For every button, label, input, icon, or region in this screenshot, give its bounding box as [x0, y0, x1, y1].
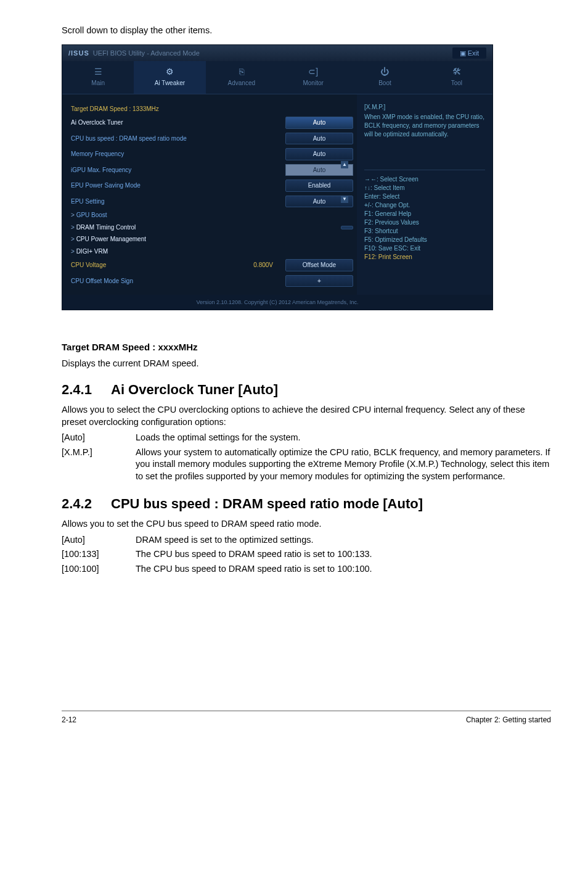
tab-advanced[interactable]: ⎘ Advanced — [206, 61, 277, 93]
tool-icon: 🛠 — [423, 66, 490, 78]
key-line: F10: Save ESC: Exit — [364, 244, 485, 253]
voltage-value: 0.800V — [253, 261, 273, 270]
help-text: When XMP mode is enabled, the CPU ratio,… — [364, 113, 485, 139]
setting-label: CPU Voltage — [71, 261, 253, 270]
row-epu-setting[interactable]: EPU Setting Auto — [71, 194, 353, 210]
row-igpu-max-freq[interactable]: iGPU Max. Frequency Auto — [71, 162, 353, 178]
setting-label: EPU Setting — [71, 197, 285, 206]
monitor-icon: ⊂] — [280, 66, 346, 78]
key-line: F2: Previous Values — [364, 218, 485, 227]
intro-text: Scroll down to display the other items. — [62, 25, 551, 37]
tab-label: Advanced — [228, 80, 255, 86]
setting-label: Ai Overclock Tuner — [71, 118, 285, 127]
bios-logo: /ISUS — [68, 49, 89, 58]
row-cpu-power-mgmt[interactable]: CPU Power Management — [71, 233, 353, 245]
setting-label: CPU Offset Mode Sign — [71, 277, 285, 286]
option-desc: Allows your system to automatically opti… — [136, 447, 551, 483]
help-title: [X.M.P.] — [364, 103, 485, 112]
bios-settings-list: Target DRAM Speed : 1333MHz Ai Overclock… — [62, 94, 357, 295]
option-row: [100:133] The CPU bus speed to DRAM spee… — [62, 548, 551, 561]
option-row: [Auto] DRAM speed is set to the optimize… — [62, 534, 551, 547]
tab-monitor[interactable]: ⊂] Monitor — [277, 61, 349, 93]
bios-title: UEFI BIOS Utility - Advanced Mode — [93, 49, 200, 58]
tab-tool[interactable]: 🛠 Tool — [421, 61, 492, 93]
setting-label: CPU bus speed : DRAM speed ratio mode — [71, 134, 285, 143]
row-cpu-bus-speed[interactable]: CPU bus speed : DRAM speed ratio mode Au… — [71, 131, 353, 147]
advanced-icon: ⎘ — [208, 66, 275, 78]
row-gpu-boost[interactable]: GPU Boost — [71, 209, 353, 221]
row-target-dram: Target DRAM Speed : 1333MHz — [71, 103, 353, 115]
setting-value[interactable] — [341, 226, 353, 229]
tab-label: Monitor — [303, 80, 323, 86]
option-key: [X.M.P.] — [62, 447, 136, 483]
tab-main[interactable]: ☰ Main — [62, 61, 134, 93]
key-line: Enter: Select — [364, 192, 485, 201]
gear-icon: ⚙ — [136, 66, 203, 78]
section-241-heading: 2.4.1 Ai Overclock Tuner [Auto] — [62, 381, 551, 399]
exit-icon: ▣ — [460, 49, 468, 57]
option-key: [Auto] — [62, 534, 136, 547]
scroll-up-arrow[interactable]: ▲ — [341, 161, 348, 168]
option-key: [100:100] — [62, 563, 136, 576]
bios-tabs: ☰ Main ⚙ Ai Tweaker ⎘ Advanced ⊂] Monito… — [62, 61, 492, 94]
section-number: 2.4.2 — [62, 495, 111, 513]
key-line: F1: General Help — [364, 210, 485, 218]
option-desc: The CPU bus speed to DRAM speed ratio is… — [136, 563, 551, 576]
key-line: F5: Optimized Defaults — [364, 236, 485, 244]
row-dram-timing[interactable]: DRAM Timing Control — [71, 221, 353, 234]
section-242-heading: 2.4.2 CPU bus speed : DRAM speed ratio m… — [62, 495, 551, 513]
key-line: F3: Shortcut — [364, 227, 485, 236]
section-title: Ai Overclock Tuner [Auto] — [111, 381, 278, 399]
option-key: [Auto] — [62, 432, 136, 444]
scroll-down-arrow[interactable]: ▼ — [341, 196, 348, 203]
tab-ai-tweaker[interactable]: ⚙ Ai Tweaker — [134, 61, 205, 93]
setting-value[interactable]: + — [285, 275, 353, 287]
option-desc: Loads the optimal settings for the syste… — [136, 432, 551, 444]
key-line: F12: Print Screen — [364, 253, 485, 262]
tab-boot[interactable]: ⏻ Boot — [349, 61, 420, 93]
option-key: [100:133] — [62, 548, 136, 561]
option-row: [Auto] Loads the optimal settings for th… — [62, 432, 551, 444]
setting-value[interactable]: Enabled — [285, 179, 353, 192]
row-digi-vrm[interactable]: DIGI+ VRM — [71, 245, 353, 258]
row-epu-power-saving[interactable]: EPU Power Saving Mode Enabled — [71, 178, 353, 194]
key-line: ↑↓: Select Item — [364, 184, 485, 192]
bios-exit-button[interactable]: ▣ Exit — [452, 47, 486, 59]
key-line: →←: Select Screen — [364, 175, 485, 184]
setting-label: EPU Power Saving Mode — [71, 181, 285, 190]
key-hints: →←: Select Screen ↑↓: Select Item Enter:… — [364, 170, 485, 262]
setting-label: iGPU Max. Frequency — [71, 166, 285, 175]
bios-screenshot: /ISUS UEFI BIOS Utility - Advanced Mode … — [62, 44, 493, 311]
tab-label: Ai Tweaker — [155, 80, 185, 86]
setting-label: DIGI+ VRM — [71, 247, 353, 256]
row-memory-freq[interactable]: Memory Frequency Auto — [71, 146, 353, 162]
setting-value[interactable]: Auto — [285, 133, 353, 145]
page-footer: 2-12 Chapter 2: Getting started — [62, 711, 551, 725]
target-dram-heading: Target DRAM Speed : xxxxMHz — [62, 341, 551, 353]
list-icon: ☰ — [65, 66, 131, 78]
section-241-body: Allows you to select the CPU overclockin… — [62, 404, 551, 428]
key-line: +/-: Change Opt. — [364, 201, 485, 210]
tab-label: Boot — [378, 80, 391, 86]
section-title: CPU bus speed : DRAM speed ratio mode [A… — [111, 495, 423, 513]
bios-help-panel: [X.M.P.] When XMP mode is enabled, the C… — [357, 94, 492, 295]
row-cpu-offset-sign[interactable]: CPU Offset Mode Sign + — [71, 273, 353, 289]
option-row: [X.M.P.] Allows your system to automatic… — [62, 447, 551, 483]
section-number: 2.4.1 — [62, 381, 111, 399]
tab-label: Main — [91, 80, 105, 86]
option-desc: DRAM speed is set to the optimized setti… — [136, 534, 551, 547]
section-242-body: Allows you to set the CPU bus speed to D… — [62, 518, 551, 530]
target-dram-desc: Displays the current DRAM speed. — [62, 358, 551, 370]
setting-label: Memory Frequency — [71, 150, 285, 159]
setting-label: Target DRAM Speed : 1333MHz — [71, 105, 353, 113]
option-row: [100:100] The CPU bus speed to DRAM spee… — [62, 563, 551, 576]
setting-label: GPU Boost — [71, 211, 353, 220]
setting-value[interactable]: Auto — [285, 117, 353, 129]
row-ai-overclock[interactable]: Ai Overclock Tuner Auto — [71, 115, 353, 131]
setting-value[interactable]: Auto — [285, 148, 353, 160]
exit-label: Exit — [468, 49, 479, 57]
row-cpu-voltage[interactable]: CPU Voltage 0.800V Offset Mode — [71, 257, 353, 273]
tab-label: Tool — [451, 80, 462, 86]
page-number: 2-12 — [62, 715, 76, 725]
setting-value[interactable]: Offset Mode — [285, 259, 353, 271]
